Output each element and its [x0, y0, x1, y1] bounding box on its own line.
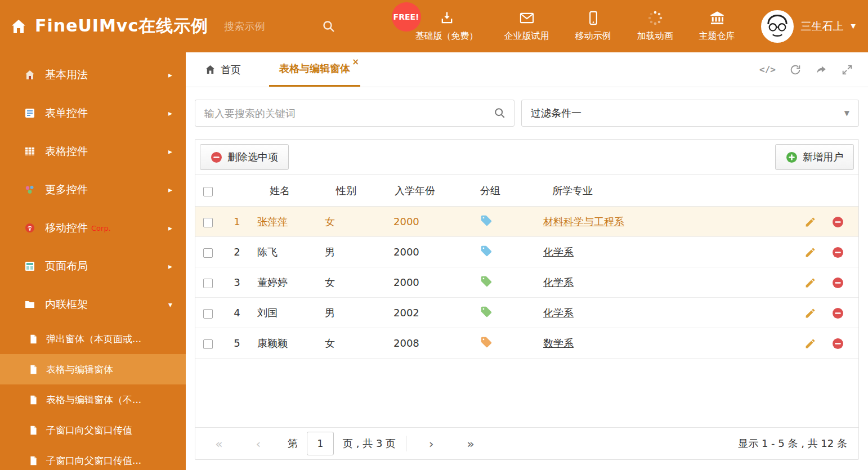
column-header-gender[interactable]: 性别: [320, 175, 388, 207]
column-header-major[interactable]: 所学专业: [539, 175, 795, 207]
sidebar-subitem-grid-edit-window-2[interactable]: 表格与编辑窗体（不...: [0, 384, 186, 415]
table-row[interactable]: 3 董婷婷 女 2000 化学系: [195, 267, 858, 298]
sidebar-subitem-grid-edit-window[interactable]: 表格与编辑窗体: [0, 354, 186, 384]
delete-row-icon[interactable]: [832, 277, 844, 289]
sidebar-item-more-controls[interactable]: 更多控件 ▸: [0, 171, 186, 209]
edit-icon[interactable]: [804, 247, 816, 258]
layout-icon: [23, 261, 37, 272]
source-code-icon[interactable]: </>: [759, 64, 776, 75]
sidebar-item-form-controls[interactable]: 表单控件 ▸: [0, 94, 186, 132]
row-checkbox[interactable]: [203, 218, 213, 227]
download-icon: [439, 10, 455, 26]
column-header-name[interactable]: 姓名: [253, 175, 320, 207]
sidebar-subitem-label: 表格与编辑窗体（不...: [46, 393, 141, 406]
share-icon[interactable]: [815, 64, 827, 76]
tab-actions: </>: [759, 64, 853, 76]
tag-icon: [480, 336, 493, 348]
chevron-right-icon: ▸: [168, 147, 172, 156]
sidebar-item-basic-usage[interactable]: 基本用法 ▸: [0, 56, 186, 94]
sidebar-subitem-child-to-parent-2[interactable]: 子窗口向父窗口传值...: [0, 445, 186, 470]
expand-icon[interactable]: [841, 64, 853, 76]
file-icon: [27, 334, 39, 344]
avatar[interactable]: [761, 10, 794, 43]
nav-label: 企业版试用: [504, 30, 549, 42]
major-link[interactable]: 化学系: [543, 246, 574, 258]
delete-row-icon[interactable]: [832, 338, 844, 350]
sidebar-item-label: 移动控件: [45, 221, 88, 235]
user-name: 三生石上: [801, 19, 844, 34]
sidebar-item-page-layout[interactable]: 页面布局 ▸: [0, 247, 186, 285]
row-number: 3: [221, 267, 253, 298]
delete-row-icon[interactable]: [832, 307, 844, 319]
file-icon: [27, 365, 39, 374]
nav-item-enterprise-trial[interactable]: 企业版试用: [503, 10, 551, 42]
user-area[interactable]: 三生石上 ▼: [761, 10, 856, 43]
tag-icon: [480, 306, 493, 318]
search-icon[interactable]: [322, 20, 335, 33]
sidebar-subitem-label: 弹出窗体（本页面或...: [46, 333, 141, 346]
table-row[interactable]: 1 张萍萍 女 2000 材料科学与工程系: [195, 207, 858, 237]
chevron-right-icon: ▸: [168, 70, 172, 79]
divider: [406, 436, 406, 451]
nav-item-theme-repository[interactable]: 主题仓库: [698, 10, 736, 42]
column-header-group[interactable]: 分组: [473, 175, 539, 207]
sidebar-item-mobile-controls[interactable]: 移动控件 Corp. ▸: [0, 209, 186, 247]
search-icon[interactable]: [494, 107, 506, 119]
tab-home[interactable]: 首页: [203, 52, 243, 87]
delete-row-icon[interactable]: [832, 216, 844, 228]
sidebar-subitem-child-to-parent[interactable]: 子窗口向父窗口传值: [0, 415, 186, 445]
sidebar-subitem-popup-window[interactable]: 弹出窗体（本页面或...: [0, 324, 186, 354]
form-icon: [23, 108, 37, 119]
grid-body: 姓名 性别 入学年份 分组 所学专业 1: [195, 174, 858, 427]
page-prev-button[interactable]: ‹: [246, 437, 271, 451]
major-link[interactable]: 化学系: [543, 307, 574, 319]
header-search: [223, 20, 335, 33]
keyword-search-input[interactable]: [203, 107, 494, 120]
page-next-button[interactable]: ›: [419, 437, 444, 451]
filter-dropdown[interactable]: 过滤条件一 ▼: [521, 100, 859, 127]
brand[interactable]: FineUIMvc在线示例: [10, 15, 208, 38]
record-summary: 显示 1 - 5 条 , 共 12 条: [738, 437, 847, 450]
nav-item-mobile-demo[interactable]: 移动示例: [574, 10, 612, 42]
button-label: 新增用户: [803, 150, 843, 164]
table-row[interactable]: 4 刘国 男 2002 化学系: [195, 298, 858, 328]
major-link[interactable]: 材料科学与工程系: [543, 216, 624, 227]
header-search-input[interactable]: [223, 20, 307, 33]
table-header: 姓名 性别 入学年份 分组 所学专业: [195, 175, 858, 207]
name-cell: 康颖颖: [257, 337, 288, 349]
bank-icon: [709, 10, 725, 26]
delete-row-icon[interactable]: [832, 247, 844, 258]
name-link[interactable]: 张萍萍: [257, 216, 288, 227]
signal-icon: [23, 222, 37, 234]
shapes-icon: [23, 184, 37, 195]
edit-icon[interactable]: [804, 307, 816, 319]
major-link[interactable]: 数学系: [543, 337, 574, 349]
page-first-button[interactable]: «: [207, 437, 231, 451]
nav-item-loading-animations[interactable]: 加载动画: [636, 10, 674, 42]
row-checkbox[interactable]: [203, 279, 213, 288]
tab-label: 首页: [221, 63, 241, 77]
nav-item-basic-free[interactable]: FREE! 基础版（免费）: [414, 10, 480, 42]
row-checkbox[interactable]: [203, 339, 213, 349]
select-all-checkbox[interactable]: [203, 187, 213, 196]
table-row[interactable]: 5 康颖颖 女 2008 数学系: [195, 328, 858, 359]
sidebar-item-iframe[interactable]: 内联框架 ▾: [0, 285, 186, 324]
row-checkbox[interactable]: [203, 248, 213, 258]
mobile-icon: [585, 10, 601, 26]
add-user-button[interactable]: 新增用户: [775, 144, 854, 170]
sidebar-item-grid-controls[interactable]: 表格控件 ▸: [0, 132, 186, 171]
page-number-input[interactable]: [307, 432, 334, 455]
refresh-icon[interactable]: [789, 64, 802, 76]
page-last-button[interactable]: »: [458, 437, 483, 451]
delete-selected-button[interactable]: 删除选中项: [200, 144, 289, 170]
year-cell: 2008: [388, 328, 473, 359]
close-icon[interactable]: ×: [352, 57, 359, 67]
edit-icon[interactable]: [804, 338, 816, 350]
tab-grid-edit-window[interactable]: 表格与编辑窗体 ×: [269, 52, 360, 87]
major-link[interactable]: 化学系: [543, 276, 574, 288]
edit-icon[interactable]: [804, 277, 816, 289]
row-checkbox[interactable]: [203, 309, 213, 319]
column-header-year[interactable]: 入学年份: [388, 175, 473, 207]
edit-icon[interactable]: [804, 216, 816, 228]
table-row[interactable]: 2 陈飞 男 2000 化学系: [195, 237, 858, 267]
